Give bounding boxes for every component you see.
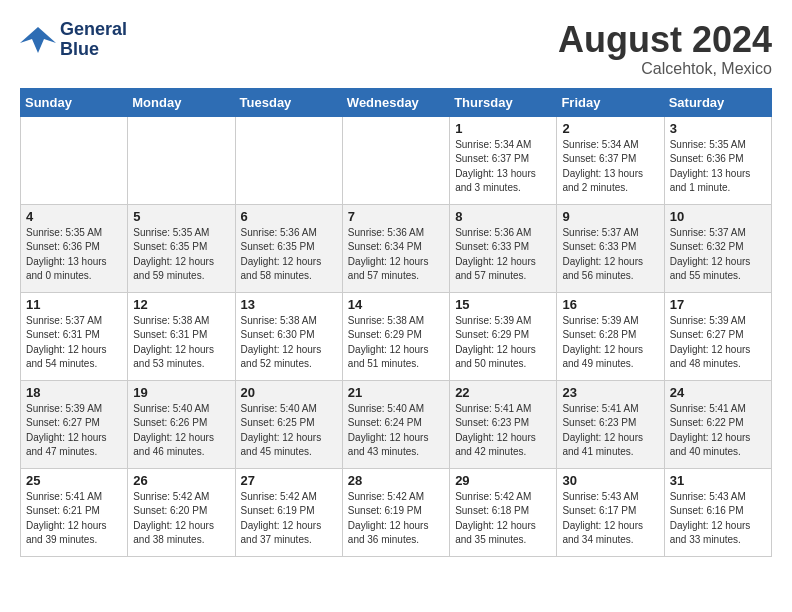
day-number: 1 (455, 121, 551, 136)
day-number: 19 (133, 385, 229, 400)
day-number: 26 (133, 473, 229, 488)
calendar-cell: 13Sunrise: 5:38 AM Sunset: 6:30 PM Dayli… (235, 292, 342, 380)
weekday-header: Wednesday (342, 88, 449, 116)
day-info: Sunrise: 5:38 AM Sunset: 6:29 PM Dayligh… (348, 314, 444, 372)
calendar-body: 1Sunrise: 5:34 AM Sunset: 6:37 PM Daylig… (21, 116, 772, 556)
logo-text: General Blue (60, 20, 127, 60)
logo: General Blue (20, 20, 127, 60)
weekday-header: Tuesday (235, 88, 342, 116)
calendar-week-row: 11Sunrise: 5:37 AM Sunset: 6:31 PM Dayli… (21, 292, 772, 380)
day-number: 9 (562, 209, 658, 224)
day-number: 7 (348, 209, 444, 224)
day-number: 5 (133, 209, 229, 224)
calendar-cell: 23Sunrise: 5:41 AM Sunset: 6:23 PM Dayli… (557, 380, 664, 468)
day-number: 11 (26, 297, 122, 312)
calendar-cell: 17Sunrise: 5:39 AM Sunset: 6:27 PM Dayli… (664, 292, 771, 380)
day-number: 25 (26, 473, 122, 488)
day-info: Sunrise: 5:40 AM Sunset: 6:24 PM Dayligh… (348, 402, 444, 460)
weekday-header: Friday (557, 88, 664, 116)
calendar-cell: 20Sunrise: 5:40 AM Sunset: 6:25 PM Dayli… (235, 380, 342, 468)
calendar-week-row: 4Sunrise: 5:35 AM Sunset: 6:36 PM Daylig… (21, 204, 772, 292)
day-info: Sunrise: 5:42 AM Sunset: 6:19 PM Dayligh… (241, 490, 337, 548)
calendar-cell: 5Sunrise: 5:35 AM Sunset: 6:35 PM Daylig… (128, 204, 235, 292)
day-info: Sunrise: 5:35 AM Sunset: 6:36 PM Dayligh… (26, 226, 122, 284)
calendar-cell: 6Sunrise: 5:36 AM Sunset: 6:35 PM Daylig… (235, 204, 342, 292)
day-info: Sunrise: 5:41 AM Sunset: 6:22 PM Dayligh… (670, 402, 766, 460)
day-info: Sunrise: 5:38 AM Sunset: 6:31 PM Dayligh… (133, 314, 229, 372)
day-number: 23 (562, 385, 658, 400)
calendar-week-row: 18Sunrise: 5:39 AM Sunset: 6:27 PM Dayli… (21, 380, 772, 468)
calendar-cell: 29Sunrise: 5:42 AM Sunset: 6:18 PM Dayli… (450, 468, 557, 556)
calendar-cell: 15Sunrise: 5:39 AM Sunset: 6:29 PM Dayli… (450, 292, 557, 380)
calendar-cell: 11Sunrise: 5:37 AM Sunset: 6:31 PM Dayli… (21, 292, 128, 380)
day-number: 21 (348, 385, 444, 400)
calendar-cell: 9Sunrise: 5:37 AM Sunset: 6:33 PM Daylig… (557, 204, 664, 292)
calendar-cell: 21Sunrise: 5:40 AM Sunset: 6:24 PM Dayli… (342, 380, 449, 468)
calendar-cell: 2Sunrise: 5:34 AM Sunset: 6:37 PM Daylig… (557, 116, 664, 204)
day-info: Sunrise: 5:43 AM Sunset: 6:16 PM Dayligh… (670, 490, 766, 548)
day-number: 16 (562, 297, 658, 312)
day-number: 4 (26, 209, 122, 224)
day-number: 8 (455, 209, 551, 224)
calendar-cell: 18Sunrise: 5:39 AM Sunset: 6:27 PM Dayli… (21, 380, 128, 468)
calendar-table: SundayMondayTuesdayWednesdayThursdayFrid… (20, 88, 772, 557)
day-number: 31 (670, 473, 766, 488)
calendar-cell (235, 116, 342, 204)
calendar-cell: 26Sunrise: 5:42 AM Sunset: 6:20 PM Dayli… (128, 468, 235, 556)
weekday-header: Monday (128, 88, 235, 116)
calendar-cell: 4Sunrise: 5:35 AM Sunset: 6:36 PM Daylig… (21, 204, 128, 292)
day-info: Sunrise: 5:42 AM Sunset: 6:18 PM Dayligh… (455, 490, 551, 548)
calendar-cell: 3Sunrise: 5:35 AM Sunset: 6:36 PM Daylig… (664, 116, 771, 204)
day-number: 14 (348, 297, 444, 312)
weekday-header: Saturday (664, 88, 771, 116)
day-info: Sunrise: 5:36 AM Sunset: 6:33 PM Dayligh… (455, 226, 551, 284)
day-number: 13 (241, 297, 337, 312)
day-info: Sunrise: 5:36 AM Sunset: 6:35 PM Dayligh… (241, 226, 337, 284)
day-info: Sunrise: 5:37 AM Sunset: 6:31 PM Dayligh… (26, 314, 122, 372)
calendar-cell: 10Sunrise: 5:37 AM Sunset: 6:32 PM Dayli… (664, 204, 771, 292)
calendar-cell (21, 116, 128, 204)
day-number: 17 (670, 297, 766, 312)
calendar-cell: 8Sunrise: 5:36 AM Sunset: 6:33 PM Daylig… (450, 204, 557, 292)
day-number: 15 (455, 297, 551, 312)
day-info: Sunrise: 5:34 AM Sunset: 6:37 PM Dayligh… (455, 138, 551, 196)
day-info: Sunrise: 5:41 AM Sunset: 6:23 PM Dayligh… (455, 402, 551, 460)
day-info: Sunrise: 5:40 AM Sunset: 6:26 PM Dayligh… (133, 402, 229, 460)
day-number: 20 (241, 385, 337, 400)
calendar-cell (342, 116, 449, 204)
calendar-cell (128, 116, 235, 204)
calendar-cell: 7Sunrise: 5:36 AM Sunset: 6:34 PM Daylig… (342, 204, 449, 292)
day-number: 27 (241, 473, 337, 488)
day-info: Sunrise: 5:35 AM Sunset: 6:36 PM Dayligh… (670, 138, 766, 196)
calendar-cell: 30Sunrise: 5:43 AM Sunset: 6:17 PM Dayli… (557, 468, 664, 556)
day-info: Sunrise: 5:37 AM Sunset: 6:32 PM Dayligh… (670, 226, 766, 284)
title-section: August 2024 Calcehtok, Mexico (558, 20, 772, 78)
day-info: Sunrise: 5:40 AM Sunset: 6:25 PM Dayligh… (241, 402, 337, 460)
day-number: 24 (670, 385, 766, 400)
calendar-week-row: 1Sunrise: 5:34 AM Sunset: 6:37 PM Daylig… (21, 116, 772, 204)
calendar-header: SundayMondayTuesdayWednesdayThursdayFrid… (21, 88, 772, 116)
location-subtitle: Calcehtok, Mexico (558, 60, 772, 78)
svg-marker-0 (20, 27, 56, 53)
weekday-row: SundayMondayTuesdayWednesdayThursdayFrid… (21, 88, 772, 116)
day-number: 29 (455, 473, 551, 488)
day-info: Sunrise: 5:39 AM Sunset: 6:28 PM Dayligh… (562, 314, 658, 372)
day-info: Sunrise: 5:43 AM Sunset: 6:17 PM Dayligh… (562, 490, 658, 548)
day-info: Sunrise: 5:37 AM Sunset: 6:33 PM Dayligh… (562, 226, 658, 284)
calendar-cell: 27Sunrise: 5:42 AM Sunset: 6:19 PM Dayli… (235, 468, 342, 556)
day-info: Sunrise: 5:42 AM Sunset: 6:19 PM Dayligh… (348, 490, 444, 548)
day-info: Sunrise: 5:35 AM Sunset: 6:35 PM Dayligh… (133, 226, 229, 284)
page-header: General Blue August 2024 Calcehtok, Mexi… (20, 20, 772, 78)
day-info: Sunrise: 5:39 AM Sunset: 6:27 PM Dayligh… (26, 402, 122, 460)
day-info: Sunrise: 5:36 AM Sunset: 6:34 PM Dayligh… (348, 226, 444, 284)
day-number: 10 (670, 209, 766, 224)
calendar-cell: 31Sunrise: 5:43 AM Sunset: 6:16 PM Dayli… (664, 468, 771, 556)
day-info: Sunrise: 5:38 AM Sunset: 6:30 PM Dayligh… (241, 314, 337, 372)
calendar-cell: 12Sunrise: 5:38 AM Sunset: 6:31 PM Dayli… (128, 292, 235, 380)
day-number: 12 (133, 297, 229, 312)
day-info: Sunrise: 5:42 AM Sunset: 6:20 PM Dayligh… (133, 490, 229, 548)
month-year-title: August 2024 (558, 20, 772, 60)
day-info: Sunrise: 5:41 AM Sunset: 6:23 PM Dayligh… (562, 402, 658, 460)
calendar-cell: 25Sunrise: 5:41 AM Sunset: 6:21 PM Dayli… (21, 468, 128, 556)
calendar-cell: 28Sunrise: 5:42 AM Sunset: 6:19 PM Dayli… (342, 468, 449, 556)
